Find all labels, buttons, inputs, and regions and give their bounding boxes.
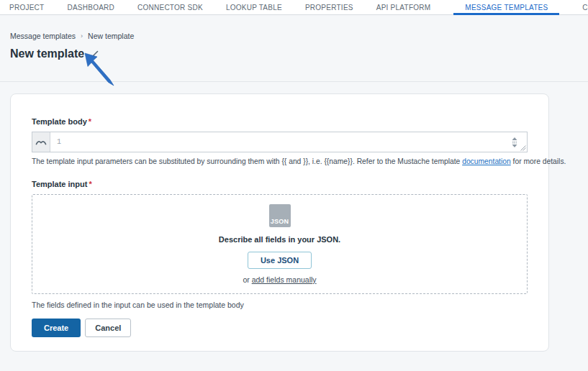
template-input-dropzone: JSON Describe all fields in your JSON. U… [32, 194, 528, 294]
or-text: or [243, 275, 251, 284]
add-fields-manually-link[interactable]: add fields manually [252, 275, 317, 284]
template-body-label-text: Template body [32, 117, 87, 126]
documentation-link[interactable]: documentation [462, 157, 511, 165]
required-marker: * [89, 117, 91, 126]
template-input-field: Template input* JSON Describe all fields… [32, 180, 528, 309]
top-navigation: PROJECT DASHBOARD CONNECTOR SDK LOOKUP T… [0, 0, 588, 15]
title-divider [0, 81, 588, 82]
json-file-icon: JSON [269, 204, 291, 227]
help-text-after: for more details. [511, 157, 566, 165]
tab-dashboard[interactable]: DASHBOARD [67, 0, 114, 14]
tab-community-library[interactable]: COMMUNITY LIBRARY [582, 0, 588, 14]
page-title: New template [10, 47, 84, 60]
tab-message-templates[interactable]: MESSAGE TEMPLATES [453, 0, 559, 14]
breadcrumb-new-template: New template [88, 32, 134, 40]
use-json-button[interactable]: Use JSON [248, 252, 312, 269]
template-input-label-text: Template input [32, 180, 87, 188]
new-template-form-card: Template body* 1 The template input [10, 93, 549, 352]
template-body-editor[interactable]: 1 [32, 132, 528, 152]
editor-line-number: 1 [50, 132, 68, 152]
tab-connector-sdk[interactable]: CONNECTOR SDK [137, 0, 203, 14]
edit-pencil-icon[interactable] [91, 50, 99, 58]
editor-gutter[interactable] [32, 132, 50, 152]
cancel-button[interactable]: Cancel [85, 319, 131, 337]
tab-project[interactable]: PROJECT [9, 0, 44, 14]
resize-handle-icon[interactable] [520, 145, 526, 151]
template-body-help: The template input parameters can be sub… [32, 157, 528, 165]
dropzone-description: Describe all fields in your JSON. [219, 235, 340, 244]
chevron-right-icon: › [81, 32, 83, 40]
tab-properties[interactable]: PROPERTIES [305, 0, 353, 14]
template-body-label: Template body* [32, 117, 528, 126]
template-body-input[interactable] [68, 132, 527, 152]
or-line: or add fields manually [243, 275, 316, 284]
breadcrumb-message-templates[interactable]: Message templates [10, 32, 76, 40]
required-marker: * [89, 180, 91, 188]
template-body-field: Template body* 1 The template input [32, 117, 528, 165]
tab-lookup-table[interactable]: LOOKUP TABLE [226, 0, 282, 14]
template-input-help: The fields defined in the input can be u… [32, 301, 528, 309]
template-input-label: Template input* [32, 180, 528, 188]
tab-api-platform[interactable]: API PLATFORM [376, 0, 431, 14]
editor-stepper-icon[interactable] [511, 137, 518, 147]
help-text-before: The template input parameters can be sub… [32, 157, 462, 165]
breadcrumb: Message templates › New template [10, 32, 134, 40]
title-row: New template [10, 47, 99, 60]
create-button[interactable]: Create [32, 319, 81, 337]
form-actions: Create Cancel [32, 319, 528, 337]
mustache-icon [35, 139, 47, 145]
